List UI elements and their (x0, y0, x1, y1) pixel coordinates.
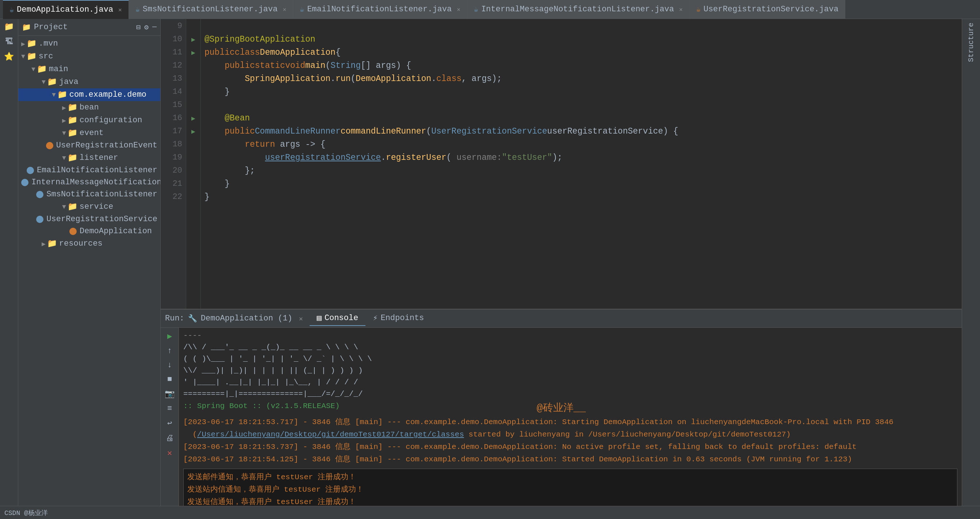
ascii-line-4: ' |____| .__|_| |_|_| |_\__, | / / / / (183, 377, 957, 388)
tree-item-main[interactable]: ▼ 📁 main (18, 63, 160, 76)
tree-label: com.example.demo (69, 90, 146, 99)
run-app-name: DemoApplication (1) (201, 314, 293, 323)
code-line-20: }; (204, 164, 958, 178)
file-icon (21, 179, 29, 186)
tree-item-demoapplication[interactable]: DemoApplication (18, 225, 160, 237)
chevron-right-icon: ▶ (21, 40, 25, 48)
tree-item-java[interactable]: ▼ 📁 java (18, 76, 160, 88)
tab-smsnotification[interactable]: ☕ SmsNotificationListener.java ✕ (129, 0, 293, 19)
run-tab-label: Endpoints (380, 314, 424, 323)
project-icon[interactable]: 📁 (4, 22, 14, 32)
tree-label: InternalMessageNotificationListener (32, 178, 160, 187)
log-link[interactable]: /Users/liuchenyang/Desktop/git/demoTest0… (197, 430, 464, 439)
run-tabs: ▤ Console ⚡ Endpoints (310, 311, 431, 326)
collapse-icon[interactable]: ⊟ (136, 23, 141, 32)
success-line-1: 发送邮件通知，恭喜用户 testUser 注册成功！ (187, 471, 953, 484)
tree-item-internallistener[interactable]: InternalMessageNotificationListener (18, 176, 160, 188)
folder-icon: 📁 (68, 103, 77, 113)
chevron-right-icon: ▶ (62, 104, 66, 112)
tab-internalmessage[interactable]: ☕ InternalMessageNotificationListener.ja… (467, 0, 690, 19)
log-line-2: (/Users/liuchenyang/Desktop/git/demoTest… (183, 429, 957, 441)
run-tab-endpoints[interactable]: ⚡ Endpoints (366, 311, 431, 326)
settings-icon[interactable]: ⚙ (144, 23, 149, 32)
tab-close-icon[interactable]: ✕ (457, 6, 460, 13)
console-icon: ▤ (317, 313, 322, 323)
log-text: [2023-06-17 18:21:53.717] - 3846 信息 [mai… (183, 418, 894, 426)
tree-item-service[interactable]: ▼ 📁 service (18, 200, 160, 213)
structure-icon[interactable]: 🏗 (5, 37, 13, 47)
folder-icon: 📁 (27, 39, 37, 49)
tree-item-event[interactable]: ▼ 📁 event (18, 127, 160, 140)
tab-demoapplication[interactable]: ☕ DemoApplication.java ✕ (3, 0, 129, 19)
code-line-10: @SpringBootApplication (204, 33, 958, 46)
run-tab-console[interactable]: ▤ Console (310, 311, 366, 326)
tab-close-icon[interactable]: ✕ (118, 6, 122, 14)
success-box: 发送邮件通知，恭喜用户 testUser 注册成功！ 发送站内信通知，恭喜用户 … (183, 469, 957, 506)
tree-item-smslistener[interactable]: SmsNotificationListener (18, 188, 160, 200)
scroll-down-icon[interactable]: ↓ (167, 360, 172, 370)
console-output: ---- /\\ / ___'_ __ _ _(_)_ __ __ _ \ \ … (179, 328, 962, 506)
tab-label: DemoApplication.java (17, 5, 113, 14)
print-icon[interactable]: 🖨 (166, 433, 174, 443)
structure-icon[interactable]: Structure (967, 23, 975, 65)
tree-label: UserRegistrationService (46, 214, 158, 224)
favorites-icon[interactable]: ⭐ (4, 52, 14, 62)
tree-item-emaillistener[interactable]: EmailNotificationListener (18, 164, 160, 176)
tree-label: event (80, 129, 104, 138)
folder-icon: 📁 (47, 239, 57, 249)
tab-emailnotification[interactable]: ☕ EmailNotificationListener.java ✕ (293, 0, 467, 19)
tree-item-userregservice[interactable]: UserRegistrationService (18, 213, 160, 225)
file-icon (27, 167, 34, 174)
back-icon[interactable]: ↩ (167, 418, 172, 428)
folder-icon: 📁 (68, 202, 77, 212)
tree-label: configuration (80, 116, 142, 125)
java-icon: ☕ (135, 5, 140, 14)
scroll-up-icon[interactable]: ↑ (167, 346, 172, 356)
run-icon[interactable]: ▶ (167, 332, 172, 341)
project-icon: 📁 (22, 23, 31, 32)
tree-item-listener[interactable]: ▼ 📁 listener (18, 151, 160, 164)
tree-item-configuration[interactable]: ▶ 📁 configuration (18, 114, 160, 127)
tree-item-src[interactable]: ▼ 📁 src (18, 50, 160, 63)
log-line-3: [2023-06-17 18:21:53.737] - 3846 信息 [mai… (183, 441, 957, 453)
tab-close-icon[interactable]: ✕ (679, 6, 683, 13)
run-header: Run: 🔧 DemoApplication (1) ✕ ▤ Console ⚡… (161, 309, 962, 328)
tab-close-icon[interactable]: ✕ (283, 6, 286, 13)
java-icon: ☕ (10, 5, 14, 14)
tab-bar: ☕ DemoApplication.java ✕ ☕ SmsNotificati… (0, 0, 980, 19)
tree-label: listener (80, 153, 118, 162)
code-line-12: public static void main(String[] args) { (204, 59, 958, 72)
tab-userregistrationservice[interactable]: ☕ UserRegistrationService.java (690, 0, 846, 19)
tree-item-bean[interactable]: ▶ 📁 bean (18, 101, 160, 114)
code-area[interactable]: @SpringBootApplication public class Demo… (201, 19, 962, 309)
filter-icon[interactable]: ≡ (167, 404, 172, 413)
editor-area[interactable]: 9 10 11 12 13 14 15 16 17 18 19 20 21 22 (161, 19, 962, 309)
code-line-17: public CommandLineRunner commandLineRunn… (204, 125, 958, 138)
ascii-line-2: ( ( )\___ | '_ | '_| | '_ \/ _` | \ \ \ … (183, 353, 957, 365)
run-close-icon[interactable]: ✕ (299, 314, 303, 323)
close-icon[interactable]: ✕ (167, 448, 172, 458)
run-label: Run: (165, 314, 185, 323)
tree-label: bean (80, 103, 99, 112)
ascii-line-5: =========|_|==============|___/=/_/_/_/ (183, 388, 957, 400)
status-bar: CSDN @杨业洋 (0, 506, 980, 519)
minimize-icon[interactable]: — (152, 23, 157, 32)
code-line-14: } (204, 86, 958, 98)
tree-item-mvn[interactable]: ▶ 📁 .mvn (18, 37, 160, 50)
folder-icon: 📁 (68, 153, 77, 163)
tree-item-com-example-demo[interactable]: ▼ 📁 com.example.demo (18, 88, 160, 101)
file-icon (36, 191, 43, 198)
tree-label: service (80, 202, 113, 211)
project-sidebar: 📁 Project ⊟ ⚙ — ▶ 📁 .mvn (18, 19, 161, 506)
screenshot-icon[interactable]: 📷 (165, 389, 175, 399)
tree-item-userregistrationevent[interactable]: UserRegistrationEvent (18, 140, 160, 151)
folder-icon: 📁 (68, 128, 77, 138)
endpoints-icon: ⚡ (373, 313, 377, 323)
stop-icon[interactable]: ■ (167, 375, 172, 384)
chevron-down-icon: ▼ (62, 154, 66, 162)
code-line-13: SpringApplication.run(DemoApplication.cl… (204, 72, 958, 86)
code-line-11: public class DemoApplication { (204, 46, 958, 59)
success-line-2: 发送站内信通知，恭喜用户 testUser 注册成功！ (187, 484, 953, 496)
tree-item-resources[interactable]: ▶ 📁 resources (18, 237, 160, 250)
tab-label: InternalMessageNotificationListener.java (481, 5, 674, 14)
